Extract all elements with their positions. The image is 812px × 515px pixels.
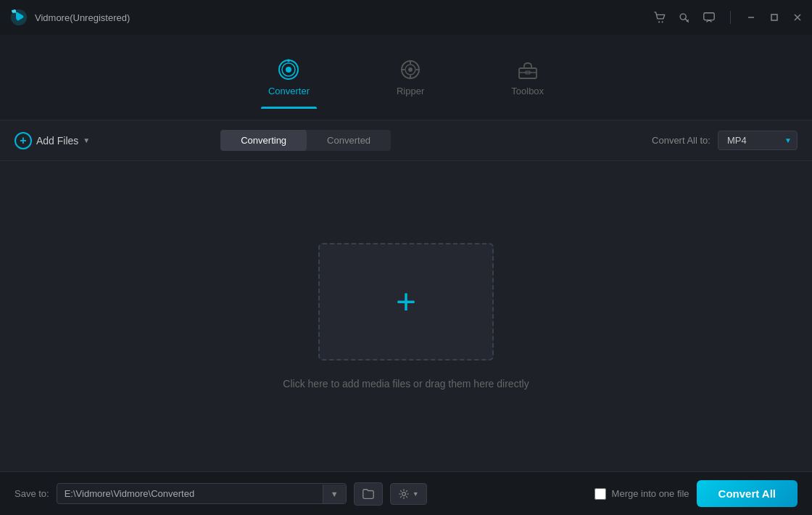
svg-point-14 — [408, 67, 413, 72]
svg-rect-19 — [519, 68, 536, 78]
svg-point-22 — [402, 492, 405, 495]
tab-toolbox[interactable]: Toolbox — [497, 52, 558, 102]
save-path-dropdown-button[interactable]: ▼ — [323, 485, 346, 503]
folder-browse-button[interactable] — [354, 482, 383, 506]
close-button[interactable] — [792, 12, 803, 23]
main-content: + Click here to add media files or drag … — [0, 161, 812, 471]
add-files-dropdown-arrow: ▼ — [83, 136, 90, 144]
tab-switcher: Converting Converted — [220, 130, 391, 151]
settings-button[interactable]: ▼ — [390, 483, 427, 505]
save-path-input[interactable] — [57, 484, 323, 503]
settings-dropdown-arrow: ▼ — [413, 490, 419, 498]
svg-point-11 — [287, 59, 290, 62]
tab-converter[interactable]: Converter — [254, 52, 324, 102]
titlebar: Vidmore(Unregistered) — [0, 0, 812, 35]
merge-checkbox[interactable] — [594, 488, 606, 500]
drop-zone-plus-icon: + — [396, 284, 416, 319]
convert-all-to-section: Convert All to: MP4 MKV AVI MOV MP3 ▼ — [652, 131, 798, 150]
gear-icon — [398, 488, 410, 500]
svg-point-1 — [662, 21, 663, 22]
format-select[interactable]: MP4 MKV AVI MOV MP3 — [718, 131, 798, 150]
cart-icon[interactable] — [653, 11, 666, 24]
svg-rect-5 — [771, 15, 777, 20]
format-select-wrap: MP4 MKV AVI MOV MP3 ▼ — [718, 131, 798, 150]
add-files-button[interactable]: + Add Files ▼ — [14, 132, 90, 149]
drop-zone[interactable]: + — [318, 243, 494, 360]
ripper-icon — [399, 58, 422, 81]
save-path-field: ▼ — [57, 483, 347, 504]
svg-point-10 — [286, 67, 291, 73]
toolbox-icon — [516, 58, 539, 81]
save-to-label: Save to: — [14, 488, 49, 499]
svg-point-0 — [658, 21, 660, 22]
key-icon[interactable] — [678, 11, 691, 24]
toolbox-tab-label: Toolbox — [511, 86, 544, 96]
drop-hint: Click here to add media files or drag th… — [283, 378, 529, 390]
converting-tab-button[interactable]: Converting — [220, 130, 307, 151]
app-logo: Vidmore(Unregistered) — [9, 7, 130, 28]
app-title: Vidmore(Unregistered) — [35, 12, 130, 23]
converted-tab-button[interactable]: Converted — [307, 130, 391, 151]
folder-icon — [362, 487, 375, 500]
add-icon: + — [14, 132, 32, 149]
tab-ripper[interactable]: Ripper — [382, 52, 439, 102]
convert-all-button[interactable]: Convert All — [697, 480, 798, 507]
svg-rect-3 — [704, 13, 714, 20]
converter-tab-label: Converter — [268, 86, 310, 96]
chat-icon[interactable] — [703, 11, 716, 24]
merge-label: Merge into one file — [612, 488, 689, 499]
nav-bar: Converter Ripper Toolbox — [0, 35, 812, 120]
divider — [730, 11, 731, 24]
app-logo-icon — [9, 7, 29, 28]
ripper-tab-label: Ripper — [397, 86, 424, 96]
footer: Save to: ▼ ▼ Merge into one file Convert… — [0, 471, 812, 515]
convert-all-to-label: Convert All to: — [652, 135, 710, 146]
converter-icon — [277, 58, 300, 81]
add-files-label: Add Files — [36, 135, 78, 147]
minimize-button[interactable] — [745, 12, 757, 23]
titlebar-actions — [653, 11, 803, 24]
merge-section: Merge into one file — [594, 488, 689, 500]
toolbar: + Add Files ▼ Converting Converted Conve… — [0, 120, 812, 161]
maximize-button[interactable] — [768, 12, 780, 23]
